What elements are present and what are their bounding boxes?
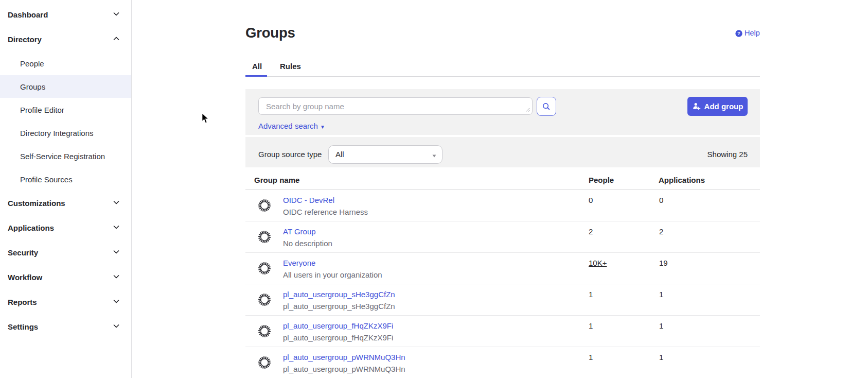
svg-text:?: ?: [737, 30, 740, 36]
